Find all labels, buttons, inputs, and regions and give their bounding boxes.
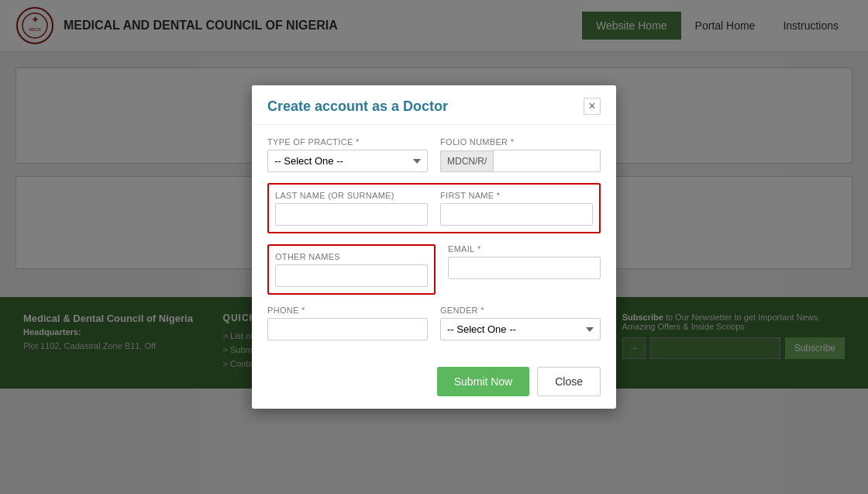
other-names-label: OTHER NAMES	[275, 252, 428, 261]
phone-group: PHONE *	[267, 306, 428, 340]
form-row-4: PHONE * GENDER * -- Select One -- Male F…	[267, 306, 601, 340]
create-account-modal: Create account as a Doctor × TYPE OF PRA…	[252, 85, 616, 409]
other-names-input[interactable]	[275, 264, 428, 287]
name-row-highlighted: LAST NAME (OR SURNAME) FIRST NAME *	[267, 183, 601, 233]
email-input[interactable]	[448, 257, 601, 279]
modal-body: TYPE OF PRACTICE * -- Select One -- Priv…	[252, 125, 616, 359]
modal-close-x-button[interactable]: ×	[584, 98, 601, 115]
modal-footer: Submit Now Close	[252, 359, 616, 409]
required-star-2: *	[511, 137, 515, 147]
modal-header: Create account as a Doctor ×	[252, 85, 616, 125]
email-group: EMAIL *	[448, 244, 601, 295]
folio-number-group: FOLIO NUMBER * MDCN/R/	[440, 137, 601, 172]
required-star-3: *	[497, 191, 501, 200]
modal-overlay: Create account as a Doctor × TYPE OF PRA…	[0, 0, 868, 494]
gender-label: GENDER *	[440, 306, 601, 315]
email-label: EMAIL *	[448, 244, 601, 254]
required-star-1: *	[356, 137, 360, 147]
folio-input-group: MDCN/R/	[440, 150, 601, 172]
required-star-4: *	[477, 244, 481, 254]
phone-label: PHONE *	[267, 306, 428, 315]
first-name-input[interactable]	[440, 203, 593, 226]
first-name-label: FIRST NAME *	[440, 191, 593, 200]
last-name-suffix: (OR SURNAME)	[328, 191, 394, 200]
last-name-input[interactable]	[275, 203, 428, 226]
submit-now-button[interactable]: Submit Now	[437, 367, 529, 396]
type-of-practice-select[interactable]: -- Select One -- Private Public Others	[267, 150, 428, 172]
form-row-1: TYPE OF PRACTICE * -- Select One -- Priv…	[267, 137, 601, 172]
folio-number-label: FOLIO NUMBER *	[440, 137, 601, 147]
required-star-6: *	[480, 306, 484, 315]
folio-number-input[interactable]	[493, 150, 601, 172]
form-row-3: OTHER NAMES EMAIL *	[267, 244, 601, 295]
required-star-5: *	[301, 306, 305, 315]
modal-title: Create account as a Doctor	[267, 98, 448, 115]
phone-input[interactable]	[267, 318, 428, 340]
first-name-group: FIRST NAME *	[440, 191, 593, 226]
last-name-label: LAST NAME (OR SURNAME)	[275, 191, 428, 200]
form-row-2: LAST NAME (OR SURNAME) FIRST NAME *	[275, 191, 593, 226]
type-of-practice-group: TYPE OF PRACTICE * -- Select One -- Priv…	[267, 137, 428, 172]
gender-group: GENDER * -- Select One -- Male Female	[440, 306, 601, 340]
type-of-practice-label: TYPE OF PRACTICE *	[267, 137, 428, 147]
last-name-group: LAST NAME (OR SURNAME)	[275, 191, 428, 226]
folio-prefix: MDCN/R/	[440, 150, 493, 172]
gender-select[interactable]: -- Select One -- Male Female	[440, 318, 601, 340]
other-names-group-highlighted: OTHER NAMES	[267, 244, 436, 295]
close-button[interactable]: Close	[537, 367, 601, 396]
